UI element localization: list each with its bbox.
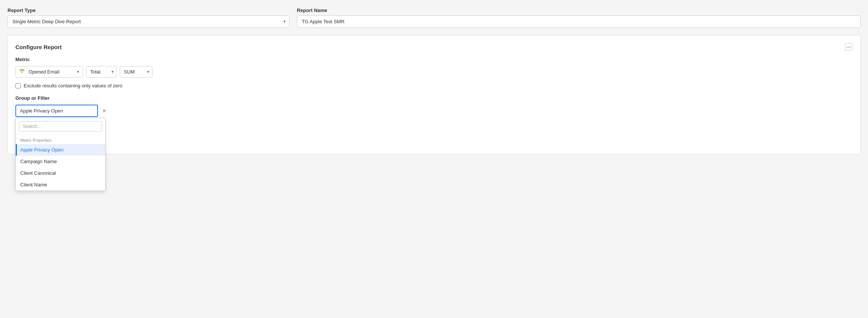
dropdown-item-apple-privacy[interactable]: Apple Privacy Open <box>16 144 105 156</box>
metric-label: Metric <box>15 57 853 62</box>
configure-title: Configure Report <box>15 44 62 50</box>
collapse-button[interactable]: — <box>845 43 853 51</box>
clear-filter-1-button[interactable]: × <box>101 107 107 115</box>
configure-card-header: Configure Report — <box>15 43 853 51</box>
group-filter-row-3: ▾ <box>15 135 853 146</box>
dropdown-item-client-name[interactable]: Client Name <box>16 179 105 190</box>
report-name-input[interactable] <box>297 15 860 28</box>
top-row: Report Type Single Metric Deep Dive Repo… <box>8 8 860 28</box>
dropdown-item-client-canonical[interactable]: Client Canonical <box>16 167 105 179</box>
metric-row: Opened Email ▾ TotalUniqueRate ▾ SUMAVGC… <box>15 66 853 78</box>
aggregation-function-wrapper: SUMAVGCOUNT ▾ <box>120 66 152 78</box>
aggregation-function-select[interactable]: SUMAVGCOUNT <box>120 66 152 78</box>
group-filter-dropdown-1: Apple Privacy Open Metric Properties App… <box>15 105 98 117</box>
metric-select[interactable]: Opened Email <box>15 66 83 78</box>
group-filter-section: Group or Filter Apple Privacy Open Metri… <box>15 95 853 146</box>
dropdown-section-label: Metric Properties <box>16 135 105 144</box>
report-name-label: Report Name <box>297 8 860 13</box>
aggregation-type-select[interactable]: TotalUniqueRate <box>86 66 117 78</box>
exclude-zeros-checkbox[interactable] <box>15 83 21 88</box>
report-type-select-wrapper: Single Metric Deep Dive Report ▾ <box>8 15 289 28</box>
report-type-label: Report Type <box>8 8 289 13</box>
report-type-group: Report Type Single Metric Deep Dive Repo… <box>8 8 289 28</box>
report-name-group: Report Name <box>297 8 860 28</box>
metric-select-wrapper: Opened Email ▾ <box>15 66 83 78</box>
page-container: Report Type Single Metric Deep Dive Repo… <box>0 0 868 318</box>
dropdown-item-campaign-name[interactable]: Campaign Name <box>16 156 105 167</box>
group-filter-dropdown-popup: Metric Properties Apple Privacy Open Cam… <box>15 118 105 191</box>
group-filter-label: Group or Filter <box>15 95 853 101</box>
dropdown-search-box <box>16 118 105 135</box>
group-filter-row-2: ▾ × <box>15 120 853 132</box>
report-type-select[interactable]: Single Metric Deep Dive Report <box>8 15 289 28</box>
dropdown-search-input[interactable] <box>19 121 102 132</box>
configure-card: Configure Report — Metric Opened Email <box>8 35 860 154</box>
aggregation-type-wrapper: TotalUniqueRate ▾ <box>86 66 117 78</box>
group-filter-value-1[interactable]: Apple Privacy Open <box>15 105 98 117</box>
collapse-icon: — <box>847 44 851 50</box>
exclude-zeros-row: Exclude results containing only values o… <box>15 83 853 88</box>
group-filter-row-1: Apple Privacy Open Metric Properties App… <box>15 105 853 117</box>
exclude-zeros-label: Exclude results containing only values o… <box>24 83 122 88</box>
